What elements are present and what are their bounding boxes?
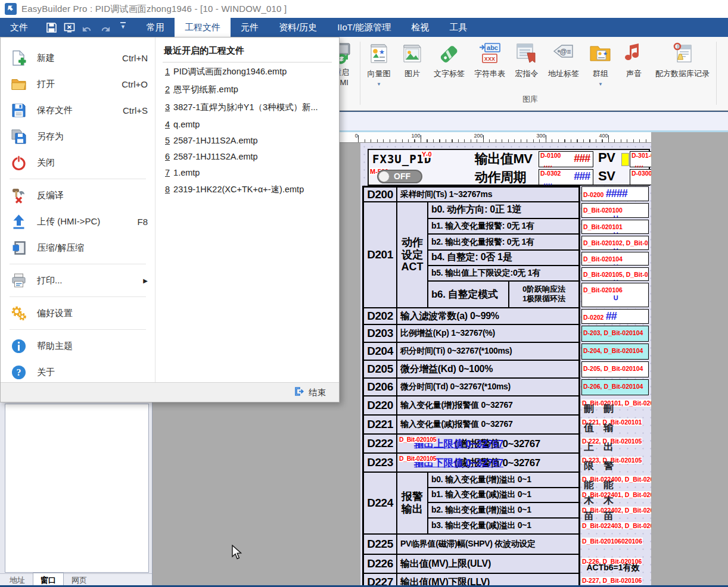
table-row-D205[interactable]: D205微分增益(Kd) 0~100%D-205, D_Bit-020104,,… [362,361,651,379]
ribbon-item-recipe-db[interactable]: 配方数据库记录 [651,42,714,88]
menu-item-decompile[interactable]: 反编译 [1,182,155,208]
ribbon-item-sound[interactable]: 声音 [617,42,651,88]
menu-tab-file[interactable]: 文件 [0,18,38,37]
recent-file-item[interactable]: 62587-1HJ11S2A.emtp [163,148,332,164]
simulate-icon[interactable] [64,22,75,33]
table-row-D201[interactable]: D201动作设定ACTb0. 动作方向: 0正 1逆b1. 输入变化量报警: 0… [362,202,651,308]
address-display-box[interactable]: D_Bit-020104∪ [581,252,649,266]
table-row-D202[interactable]: D202输入滤波常数(a) 0~99%D-0202## [362,308,651,325]
sub-row[interactable]: b0. 输入变化量(增)溢出 0~1 [428,473,578,488]
table-row-D222[interactable]: D222D_Bit-020105输出上限值 0~32767(增)报警值 0~32… [362,435,651,454]
table-row-D221[interactable]: D221输入变化量(减)报警值 0~32767D-221, D_Bit-0201… [362,416,651,435]
table-row-D203[interactable]: D203比例增益(Kp) 1~32767(%)D-203, D_Bit-0201… [362,325,651,343]
save-icon[interactable] [46,22,57,33]
table-row-D204[interactable]: D204积分时间(Ti) 0~32767(*100ms)D-204, D_Bit… [362,343,651,361]
recent-file-item[interactable]: 33827-1直焊为脉冲Y1（3种模式）新... [163,98,332,116]
address-display-box[interactable]: D-0202## [581,309,649,324]
recent-file-item[interactable]: 1PID调试画面zhong1946.emtp [163,63,332,80]
recent-file-item[interactable]: 82319-1HK22(XC+TK+α+-速).emtp [163,180,332,198]
address-tag-chip[interactable]: D_Bit-022403, D_Bit-020102 [581,520,651,530]
menu-tab-x[interactable]: 常用 [136,18,175,37]
menu-tab-IIoTx[interactable]: IIoT/能源管理 [327,18,401,37]
sub-row[interactable]: b1. 输入变化量(减)溢出 0~1 [428,488,578,504]
pid-header-block[interactable]: FX3U_PID Y-0 M-500 OFF 输出值MV 动作周期 D-0100… [368,149,650,186]
recent-file-item[interactable]: 52587-1HJ11S2A.emtp [163,132,332,148]
sub-row[interactable]: b2. 输出变化量(增)溢出 0~1 [428,503,578,519]
mv-value-box[interactable]: D-0100 ### ,,,, [539,151,593,167]
address-display-box[interactable]: D-205, D_Bit-020104,,,,,,, [581,361,649,377]
exit-button[interactable]: 结束 [291,386,329,399]
sub-row[interactable]: b6. 自整定模式0阶跃响应法1极限循环法 [428,282,578,307]
menu-item-upload[interactable]: 上传 (HMI->PC)F8 [1,208,155,235]
table-row-D223[interactable]: D223D_Bit-020105输出下限值 0~32767(减)报警值 0~32… [362,454,651,473]
address-display-box[interactable]: D_Bit-020106∪ [581,283,649,307]
menu-item-power[interactable]: 关闭 [1,149,155,176]
address-display-box[interactable]: D-0200####,,,, [581,186,649,201]
recent-file-item[interactable]: 4q.emtp [163,116,332,132]
hmi-screen-page[interactable]: FX3U_PID Y-0 M-500 OFF 输出值MV 动作周期 D-0100… [360,143,651,587]
recent-files-panel: 最近开启的工程文件 1PID调试画面zhong1946.emtp2恩平切纸新.e… [155,38,339,382]
menu-item-save[interactable]: 保存文件Ctrl+S [1,97,155,123]
sv-value-box[interactable]: D-0300 ### [630,169,651,185]
ribbon-item-group[interactable]: ★群组▼ [584,42,617,88]
decompile [11,188,27,204]
address-tag-chip[interactable]: D_Bit-020106020106 [581,535,643,546]
more-icon[interactable]: ▼ [117,22,129,33]
address-tag-chip[interactable]: D-227, D_Bit-020106 [581,574,642,585]
ribbon-item-picture[interactable]: 图片 [396,42,429,88]
menu-item-compress[interactable]: 压缩/解压缩 [1,235,155,261]
redo-icon[interactable] [99,22,111,33]
menu-tab-x[interactable]: 元件 [231,18,269,37]
address-display-box[interactable]: D_Bit-020101∪ [581,220,649,234]
menu-tab-x[interactable]: 资料/历史 [269,18,327,37]
pv-value-box[interactable]: D-301-0301 # ,,,, [630,151,651,167]
address-display-box[interactable]: D-206, D_Bit-020104,,,,,,,,, [581,379,649,395]
table-row-D225[interactable]: D225PV临界值(磁滞)幅(SHPV) 依波动设定D_Bit-02010602… [362,535,651,555]
pv-yellow-box[interactable] [621,153,629,166]
menu-item-new-file[interactable]: 新建Ctrl+N [1,45,155,71]
table-row-D224[interactable]: D224报警输出b0. 输入变化量(增)溢出 0~1b1. 输入变化量(减)溢出… [362,473,651,535]
menu-item-help[interactable]: 帮助主题 [1,333,155,359]
address-display-box[interactable]: D_Bit-020102, D_Bit-020102∪ [581,236,649,250]
ribbon-item-string-table[interactable]: abcxxx字符串表 [469,42,510,88]
chevron-down-icon[interactable]: ▼ [598,82,603,88]
sub-row[interactable]: b0. 动作方向: 0正 1逆 [428,202,578,219]
recent-file-item[interactable]: 2恩平切纸新.emtp [163,80,332,98]
sub-row[interactable]: b5. 输出值上下限设定:0无 1有 [428,266,578,282]
sub-row[interactable]: b3. 输出变化量(减)溢出 0~1 [428,519,578,533]
menu-tab-x[interactable]: 检视 [401,18,439,37]
onoff-toggle[interactable]: OFF [377,170,422,183]
ribbon-item-vector-graph[interactable]: ★向量图▼ [362,42,396,88]
menu-item-about[interactable]: ?关于 [1,359,155,385]
compress [11,240,27,256]
address-display-box[interactable]: D_Bit-020105, D_Bit-020105∪ [581,267,649,281]
sub-row[interactable]: b2. 输出变化量报警: 0无 1有 [428,235,578,251]
sub-row[interactable]: b4. 自整定: 0否 1是 [428,251,578,266]
sub-row[interactable]: b1. 输入变化量报警: 0无 1有 [428,219,578,235]
ribbon-item-text-tag[interactable]: 文字标签 [429,42,469,88]
ribbon-item-label: 文字标签 [434,68,465,79]
undo-icon[interactable] [82,22,93,33]
ribbon-item-macro[interactable]: 宏指令 [510,42,543,88]
address-display-box[interactable]: D_Bit-020100∪ [581,203,649,218]
menu-item-open-folder[interactable]: 打开Ctrl+O [1,71,155,97]
address-display-box[interactable]: D-203, D_Bit-020104,,,,,,,,, [581,326,649,342]
menu-item-preferences[interactable]: 偏好设置 [1,300,155,326]
table-row-D200[interactable]: D200采样时间(Ts) 1~32767msD-0200####,,,, [362,186,651,202]
ribbon-item-address-tag[interactable]: @≡地址标签 [543,42,584,88]
menu-tab-x[interactable]: 工具 [439,18,477,37]
table-row-D226[interactable]: D226输出值(MV)上限(ULV)D-226, D_Bit-020106ACT… [362,555,651,574]
table-row-D220[interactable]: D220输入变化量(增)报警值 0~32767D_Bit-020101, D_B… [362,396,651,416]
row-description: 输出值(MV)上限(ULV) [397,555,578,573]
address-display-box[interactable]: D-204, D_Bit-020104,,,,,,,,, [581,344,649,360]
menu-item-print[interactable]: 打印...▶ [1,267,155,294]
table-row-D206[interactable]: D206微分时间(Td) 0~32767(*10ms)D-206, D_Bit-… [362,379,651,396]
pid-register-table[interactable]: D200采样时间(Ts) 1~32767msD-0200####,,,,D201… [362,186,651,587]
chevron-down-icon[interactable]: ▼ [377,82,381,88]
row-main: D225PV临界值(磁滞)幅(SHPV) 依波动设定 [362,535,580,555]
menu-tab-x[interactable]: 工程文件 [175,18,231,37]
register-name: D204 [364,343,397,360]
recent-file-item[interactable]: 71.emtp [163,164,332,180]
menu-item-save-as[interactable]: 另存为 [1,123,155,149]
cycle-value-box[interactable]: D-0302 ### ,,,, [539,169,593,185]
